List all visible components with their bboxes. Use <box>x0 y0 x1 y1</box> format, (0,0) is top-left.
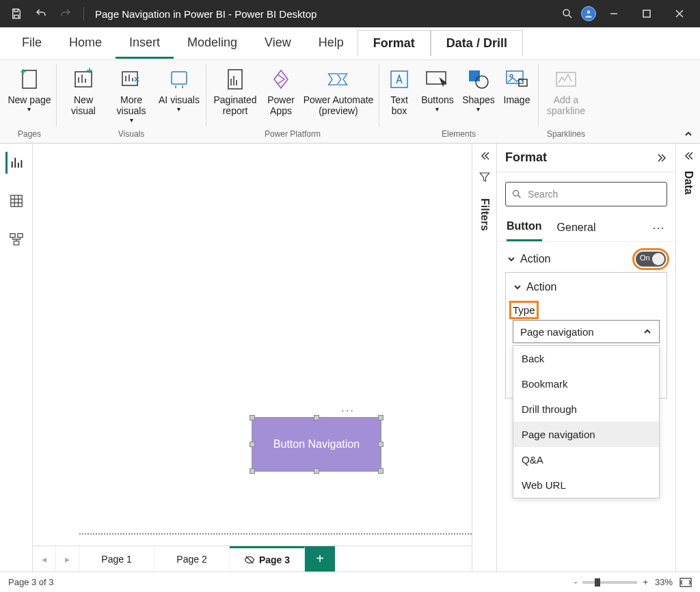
data-view-icon[interactable] <box>5 190 27 212</box>
redo-icon <box>55 3 77 25</box>
tab-home[interactable]: Home <box>55 29 116 59</box>
zoom-in-button[interactable]: + <box>643 577 648 587</box>
more-visuals-icon <box>119 67 144 92</box>
tab-file[interactable]: File <box>8 29 55 59</box>
search-icon[interactable] <box>556 3 578 25</box>
type-option-drill-through[interactable]: Drill through <box>513 396 659 422</box>
format-pane-title: Format <box>505 150 656 165</box>
filters-label: Filters <box>479 198 491 231</box>
buttons-button[interactable]: Buttons ▾ <box>416 63 459 115</box>
type-option-web-url[interactable]: Web URL <box>513 472 659 498</box>
close-button[interactable] <box>664 0 695 27</box>
save-icon[interactable] <box>5 3 27 25</box>
svg-rect-15 <box>556 72 576 86</box>
svg-rect-5 <box>122 72 137 85</box>
button-visual[interactable]: Button Navigation <box>252 417 381 472</box>
format-tab-button[interactable]: Button <box>507 213 542 241</box>
search-icon <box>511 189 522 200</box>
report-canvas[interactable]: ⋯ Button Navigation <box>33 144 472 546</box>
add-sparkline-button: Add a sparkline <box>541 63 591 118</box>
expand-filters-icon[interactable] <box>479 150 490 161</box>
tab-help[interactable]: Help <box>305 29 358 59</box>
expand-data-icon[interactable] <box>683 150 694 161</box>
svg-rect-8 <box>391 71 407 88</box>
undo-icon[interactable] <box>30 3 52 25</box>
new-visual-icon <box>71 67 96 92</box>
power-apps-button[interactable]: Power Apps <box>261 63 301 118</box>
next-page-button[interactable]: ▸ <box>56 546 79 571</box>
group-elements: Elements <box>442 128 476 142</box>
group-pages: Pages <box>18 128 41 142</box>
shapes-button[interactable]: Shapes ▾ <box>459 63 498 115</box>
type-dropdown[interactable]: Page navigation <box>513 320 660 343</box>
user-avatar[interactable] <box>581 6 596 21</box>
tab-format[interactable]: Format <box>358 30 431 56</box>
buttons-icon <box>425 67 450 92</box>
chevron-up-icon <box>643 327 652 336</box>
data-label: Data <box>682 171 695 195</box>
image-button[interactable]: Image <box>498 63 535 107</box>
ribbon-insert: New page ▾ Pages New visual More visuals… <box>0 60 700 144</box>
image-icon <box>504 67 529 92</box>
zoom-out-button[interactable]: - <box>574 577 577 587</box>
inner-action-title[interactable]: Action <box>526 281 556 293</box>
button-visual-text: Button Navigation <box>273 438 360 450</box>
more-visuals-button[interactable]: More visuals ▾ <box>107 63 155 126</box>
action-toggle[interactable]: On <box>636 252 666 267</box>
section-action-title[interactable]: Action <box>520 253 632 265</box>
visual-header-more-icon[interactable]: ⋯ <box>340 402 355 418</box>
chevron-down-icon[interactable] <box>507 254 516 264</box>
svg-rect-21 <box>680 578 691 587</box>
tab-data-drill[interactable]: Data / Drill <box>431 30 523 56</box>
tab-modeling[interactable]: Modeling <box>174 29 251 59</box>
svg-rect-4 <box>75 72 92 87</box>
format-pane: Format Search Button General ⋯ Action On <box>496 144 675 571</box>
page-tab-3[interactable]: Page 3 <box>230 546 305 571</box>
minimize-button[interactable] <box>599 0 629 27</box>
zoom-slider[interactable] <box>582 581 637 584</box>
page-tab-2[interactable]: Page 2 <box>154 546 230 571</box>
add-page-button[interactable]: + <box>305 546 335 571</box>
format-search-input[interactable]: Search <box>505 182 667 206</box>
status-bar: Page 3 of 3 - + 33% <box>0 571 700 592</box>
group-power-platform: Power Platform <box>265 128 321 142</box>
tab-view[interactable]: View <box>251 29 305 59</box>
fit-to-page-icon[interactable] <box>679 578 692 587</box>
report-view-icon[interactable] <box>5 152 27 174</box>
new-visual-button[interactable]: New visual <box>59 63 107 118</box>
text-box-button[interactable]: Text box <box>382 63 416 118</box>
main-area: ⋯ Button Navigation ◂ ▸ Page 1 Page 2 Pa… <box>0 144 700 571</box>
tab-insert[interactable]: Insert <box>116 29 174 59</box>
prev-page-button[interactable]: ◂ <box>33 546 56 571</box>
type-option-qa[interactable]: Q&A <box>513 447 659 472</box>
format-tab-general[interactable]: General <box>557 215 596 241</box>
svg-rect-6 <box>172 72 187 84</box>
page-tab-1[interactable]: Page 1 <box>79 546 154 571</box>
filter-icon <box>479 171 491 183</box>
new-page-button[interactable]: New page ▾ <box>5 63 53 115</box>
svg-rect-17 <box>10 234 14 238</box>
power-automate-button[interactable]: Power Automate(preview) <box>301 63 376 118</box>
paginated-report-button[interactable]: Paginated report <box>209 63 261 118</box>
data-pane-collapsed[interactable]: Data <box>675 144 700 571</box>
collapse-ribbon-icon[interactable] <box>684 129 693 139</box>
action-card: Action Type Page navigation Back Bookmar… <box>505 272 667 399</box>
chevron-down-icon[interactable] <box>513 282 522 292</box>
svg-point-1 <box>587 10 591 14</box>
svg-point-13 <box>510 75 513 77</box>
group-sparklines: Sparklines <box>547 128 585 142</box>
ai-visuals-button[interactable]: AI visuals ▾ <box>155 63 203 115</box>
type-dropdown-value: Page navigation <box>520 326 594 338</box>
type-option-back[interactable]: Back <box>513 346 659 371</box>
format-tab-more-icon[interactable]: ⋯ <box>652 220 666 235</box>
collapse-format-icon[interactable] <box>656 152 667 163</box>
window-title: Page Navigation in Power BI - Power BI D… <box>95 8 317 20</box>
sparkline-icon <box>554 67 578 92</box>
type-option-page-navigation[interactable]: Page navigation <box>513 422 659 447</box>
model-view-icon[interactable] <box>5 228 27 250</box>
svg-point-0 <box>563 10 569 16</box>
svg-rect-16 <box>10 196 22 207</box>
filters-pane-collapsed[interactable]: Filters <box>472 144 496 571</box>
maximize-button[interactable] <box>632 0 662 27</box>
type-option-bookmark[interactable]: Bookmark <box>513 371 659 396</box>
